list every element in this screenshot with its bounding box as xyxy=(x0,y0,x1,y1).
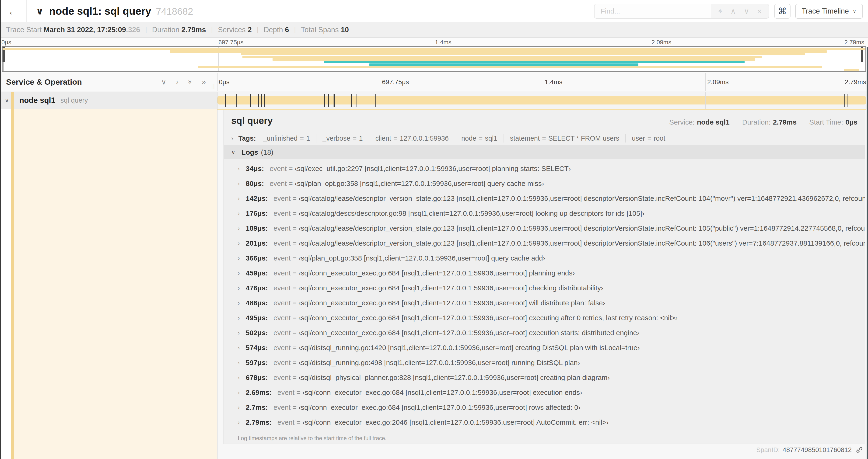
log-event-marker xyxy=(334,94,335,107)
expand-all-icon[interactable]: » xyxy=(202,78,206,86)
span-color-strip xyxy=(11,92,14,109)
log-row[interactable]: ›176μs:event =‹sql/catalog/descs/descrip… xyxy=(224,206,865,221)
log-row[interactable]: ›2.69ms:event =‹sql/conn_executor_exec.g… xyxy=(224,385,865,400)
span-collapse-icon[interactable]: ∨ xyxy=(5,97,9,104)
log-row[interactable]: ›678μs:event =‹sql/distsql_physical_plan… xyxy=(224,370,865,385)
log-expand-icon[interactable]: › xyxy=(238,210,246,217)
grid-line xyxy=(380,73,380,91)
back-button[interactable]: ← xyxy=(0,0,27,22)
log-row[interactable]: ›486μs:event =‹sql/conn_executor_exec.go… xyxy=(224,296,865,310)
summary-item-label: Total Spans xyxy=(301,26,341,34)
find-input[interactable] xyxy=(594,4,711,19)
log-row[interactable]: ›502μs:event =‹sql/conn_executor_exec.go… xyxy=(224,325,865,340)
log-expand-icon[interactable]: › xyxy=(238,270,246,277)
log-field-key: event = xyxy=(274,254,297,262)
log-row[interactable]: ›597μs:event =‹sql/distsql_running.go:49… xyxy=(224,355,865,370)
logs-collapse-icon: ∨ xyxy=(231,149,236,156)
log-row[interactable]: ›2.7ms:event =‹sql/conn_executor_exec.go… xyxy=(224,400,865,415)
span-service-name: node sql1 xyxy=(19,96,55,105)
log-expand-icon[interactable]: › xyxy=(238,240,246,247)
keyboard-shortcuts-button[interactable]: ⌘ xyxy=(774,4,790,19)
log-message: ‹sql/distsql_running.go:1420 [nsql1,clie… xyxy=(299,344,640,352)
timeline-column-header: Service & Operation ∨ › » » || 0μs697.75… xyxy=(0,73,868,91)
span-row-sql-query[interactable]: ∨ node sql1 sql query xyxy=(0,92,868,109)
log-message: ‹sql/conn_executor_exec.go:684 [nsql1,cl… xyxy=(299,284,603,292)
match-case-icon[interactable]: ⌖ xyxy=(718,7,722,15)
log-expand-icon[interactable]: › xyxy=(238,225,246,232)
log-expand-icon[interactable]: › xyxy=(238,255,246,262)
log-expand-icon[interactable]: › xyxy=(238,404,246,411)
tag-separator xyxy=(625,134,626,142)
log-event-marker xyxy=(324,94,325,107)
logs-count: (18) xyxy=(261,148,273,156)
service-operation-header: Service & Operation ∨ › » » || xyxy=(0,73,217,91)
link-icon[interactable] xyxy=(856,446,863,454)
log-row[interactable]: ›366μs:event =‹sql/plan_opt.go:358 [nsql… xyxy=(224,251,865,266)
log-row[interactable]: ›459μs:event =‹sql/conn_executor_exec.go… xyxy=(224,266,865,281)
summary-item-value: 10 xyxy=(341,26,349,34)
log-row[interactable]: ›189μs:event =‹sql/catalog/lease/descrip… xyxy=(224,221,865,236)
span-duration-bar[interactable] xyxy=(217,96,866,104)
log-field-key: event = xyxy=(270,165,292,173)
log-row[interactable]: ›34μs:event =‹sql/exec_util.go:2297 [nsq… xyxy=(224,161,865,176)
log-expand-icon[interactable]: › xyxy=(238,299,246,307)
minimap-canvas[interactable] xyxy=(2,46,866,72)
trace-collapse-icon[interactable]: ∨ xyxy=(36,6,43,17)
log-row[interactable]: ›142μs:event =‹sql/catalog/lease/descrip… xyxy=(224,191,865,206)
expand-one-icon[interactable]: › xyxy=(176,78,179,86)
logs-accordion-header[interactable]: ∨ Logs (18) xyxy=(224,145,865,159)
column-resize-handle[interactable]: || xyxy=(211,83,215,90)
nav-right-controls: ⌖ ∧ ∨ × ⌘ Trace Timeline ∨ xyxy=(594,4,863,19)
summary-separator: | xyxy=(211,26,213,34)
next-result-icon[interactable]: ∨ xyxy=(744,7,749,15)
log-row[interactable]: ›80μs:event =‹sql/plan_opt.go:358 [nsql1… xyxy=(224,176,865,191)
tick-label: 0μs xyxy=(219,78,229,86)
tags-expand-icon[interactable]: › xyxy=(231,135,233,142)
log-event-marker xyxy=(261,94,262,107)
log-timestamp: 34μs: xyxy=(246,165,264,173)
log-field-key: event = xyxy=(274,403,297,412)
log-row[interactable]: ›476μs:event =‹sql/conn_executor_exec.go… xyxy=(224,281,865,296)
log-row[interactable]: ›2.79ms:event =‹sql/conn_executor_exec.g… xyxy=(224,415,865,430)
collapse-all-icon[interactable]: » xyxy=(186,80,194,84)
log-row[interactable]: ›495μs:event =‹sql/conn_executor_exec.go… xyxy=(224,310,865,325)
log-message: ‹sql/conn_executor_exec.go:684 [nsql1,cl… xyxy=(299,299,605,307)
summary-separator: | xyxy=(257,26,258,34)
log-message: ‹sql/exec_util.go:2297 [nsql1,client=127… xyxy=(295,165,571,173)
tag-key: _unfinished xyxy=(263,135,298,142)
minimap-span xyxy=(170,51,827,53)
log-expand-icon[interactable]: › xyxy=(238,195,246,202)
log-expand-icon[interactable]: › xyxy=(238,419,246,426)
log-timestamp: 2.7ms: xyxy=(246,403,268,412)
clear-search-icon[interactable]: × xyxy=(757,7,762,15)
log-expand-icon[interactable]: › xyxy=(238,374,246,381)
timeline-axis: 0μs697.75μs1.4ms2.09ms2.79ms xyxy=(217,73,868,91)
log-list: ›34μs:event =‹sql/exec_util.go:2297 [nsq… xyxy=(224,159,865,430)
scrollbar[interactable] xyxy=(867,47,868,459)
meta-label: Duration: xyxy=(742,118,771,126)
span-row-timeline-cell[interactable] xyxy=(217,92,868,109)
log-field-key: event = xyxy=(274,269,297,277)
view-selector-button[interactable]: Trace Timeline ∨ xyxy=(795,4,863,19)
log-expand-icon[interactable]: › xyxy=(238,389,246,396)
log-expand-icon[interactable]: › xyxy=(238,344,246,352)
log-expand-icon[interactable]: › xyxy=(238,165,246,172)
log-expand-icon[interactable]: › xyxy=(238,359,246,366)
minimap-span xyxy=(242,56,762,58)
view-selector-label: Trace Timeline xyxy=(802,7,849,15)
log-expand-icon[interactable]: › xyxy=(238,285,246,292)
log-expand-icon[interactable]: › xyxy=(238,180,246,187)
log-row[interactable]: ›574μs:event =‹sql/distsql_running.go:14… xyxy=(224,340,865,355)
span-color-strip xyxy=(11,109,14,459)
collapse-one-icon[interactable]: ∨ xyxy=(161,78,166,86)
log-expand-icon[interactable]: › xyxy=(238,329,246,336)
detail-right-column: sql query Service:node sql1Duration:2.79… xyxy=(217,109,868,459)
trace-summary-bar: Trace Start March 31 2022, 17:25:09.326|… xyxy=(0,22,868,38)
log-field-key: event = xyxy=(274,299,297,307)
log-message: ‹sql/conn_executor_exec.go:684 [nsql1,cl… xyxy=(299,314,677,322)
prev-result-icon[interactable]: ∧ xyxy=(730,7,736,15)
log-message: ‹sql/conn_executor_exec.go:684 [nsql1,cl… xyxy=(299,269,575,277)
tags-accordion[interactable]: ›Tags:_unfinished=1_verbose=1client=127.… xyxy=(231,131,858,145)
log-expand-icon[interactable]: › xyxy=(238,315,246,322)
log-row[interactable]: ›201μs:event =‹sql/catalog/lease/descrip… xyxy=(224,236,865,251)
